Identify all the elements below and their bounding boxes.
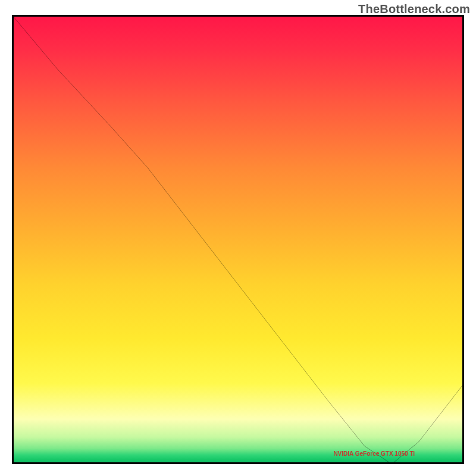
chart-container: NVIDIA GeForce GTX 1050 Ti <box>12 15 464 464</box>
optimal-gpu-label: NVIDIA GeForce GTX 1050 Ti <box>333 450 415 457</box>
bottleneck-curve <box>12 15 464 464</box>
chart-svg <box>12 15 464 464</box>
watermark-text: TheBottleneck.com <box>358 2 470 16</box>
